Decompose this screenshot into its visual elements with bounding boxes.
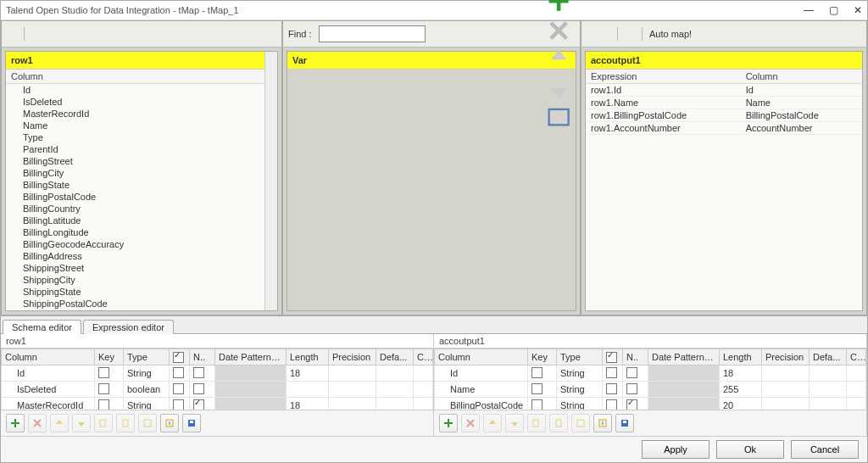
var-minmax-icon[interactable] bbox=[543, 121, 574, 135]
out-filter-icon[interactable] bbox=[843, 53, 847, 67]
add-icon[interactable] bbox=[259, 53, 262, 67]
tab-schema-editor[interactable]: Schema editor bbox=[3, 320, 81, 334]
arrow-up-icon[interactable] bbox=[7, 27, 10, 41]
find-input[interactable] bbox=[319, 25, 426, 42]
sch2-remove-icon[interactable] bbox=[461, 414, 480, 432]
out-add-icon[interactable] bbox=[587, 27, 590, 41]
schema-row[interactable]: IdString18 bbox=[435, 365, 866, 381]
schema-left: row1 ColumnKeyTypeN..Date Pattern (...Le… bbox=[1, 334, 434, 436]
sch-save-icon[interactable] bbox=[182, 414, 201, 432]
out-remove-icon[interactable] bbox=[593, 27, 597, 41]
input-table-header[interactable]: row1 bbox=[6, 52, 277, 70]
find-next-icon[interactable] bbox=[436, 27, 439, 41]
svg-rect-19 bbox=[556, 420, 561, 427]
input-column[interactable]: Name bbox=[6, 120, 277, 131]
input-column[interactable]: BillingPostalCode bbox=[6, 191, 277, 203]
sch2-up-icon[interactable] bbox=[483, 414, 502, 432]
out-restore-icon[interactable] bbox=[632, 27, 635, 41]
apply-button[interactable]: Apply bbox=[642, 440, 709, 459]
find-label: Find : bbox=[288, 29, 312, 39]
schema-right-toolbar bbox=[434, 410, 866, 436]
tab-expression-editor[interactable]: Expression editor bbox=[83, 320, 174, 334]
out-expr-header: Expression bbox=[586, 70, 741, 84]
sch-export-icon[interactable] bbox=[160, 414, 179, 432]
input-column[interactable]: BillingLongitude bbox=[6, 226, 277, 238]
input-column[interactable]: ShippingState bbox=[6, 286, 277, 298]
schema-row[interactable]: IsDeletedboolean bbox=[2, 381, 433, 397]
minimize-icon[interactable]: — bbox=[804, 4, 814, 16]
titlebar: Talend Open Studio for Data Integration … bbox=[1, 1, 867, 20]
input-column[interactable]: ShippingStreet bbox=[6, 262, 277, 274]
maximize-icon[interactable]: ▢ bbox=[829, 4, 838, 16]
out-down-icon[interactable] bbox=[607, 27, 610, 41]
separator bbox=[24, 27, 25, 41]
input-column[interactable]: Type bbox=[6, 131, 277, 143]
input-table-name: row1 bbox=[11, 55, 259, 65]
sch-paste-icon[interactable] bbox=[116, 414, 135, 432]
output-row[interactable]: row1.AccountNumberAccountNumber bbox=[586, 122, 862, 135]
minimize-panel-icon[interactable] bbox=[31, 27, 35, 41]
find-prev-icon[interactable] bbox=[429, 27, 432, 41]
input-column[interactable]: IsDeleted bbox=[6, 96, 277, 108]
cancel-button[interactable]: Cancel bbox=[791, 440, 859, 459]
input-column[interactable]: MasterRecordId bbox=[6, 108, 277, 120]
schema-row[interactable]: BillingPostalCodeString20 bbox=[435, 397, 866, 410]
scrollbar[interactable] bbox=[264, 52, 277, 310]
editor-tabs: Schema editor Expression editor bbox=[1, 316, 867, 334]
schema-row[interactable]: IdString18 bbox=[2, 365, 433, 381]
out-minmax-icon[interactable] bbox=[625, 27, 628, 41]
schema-right-grid[interactable]: ColumnKeyTypeN..Date Pattern (...LengthP… bbox=[434, 348, 866, 410]
sch-remove-icon[interactable] bbox=[28, 414, 47, 432]
sch2-add-icon[interactable] bbox=[439, 414, 458, 432]
output-grid: ExpressionColumn row1.IdIdrow1.NameNamer… bbox=[586, 70, 862, 135]
input-column[interactable]: BillingState bbox=[6, 179, 277, 191]
output-row[interactable]: row1.BillingPostalCodeBillingPostalCode bbox=[586, 109, 862, 122]
sch-up-icon[interactable] bbox=[50, 414, 69, 432]
out-edit-icon[interactable] bbox=[838, 53, 842, 67]
input-column[interactable]: BillingLatitude bbox=[6, 215, 277, 226]
automap-button[interactable]: Auto map! bbox=[649, 29, 692, 39]
out-panel-icon[interactable] bbox=[854, 53, 857, 67]
input-column[interactable]: BillingCountry bbox=[6, 203, 277, 215]
sch2-paste-icon[interactable] bbox=[549, 414, 568, 432]
sch-add-icon[interactable] bbox=[6, 414, 25, 432]
highlight-icon[interactable] bbox=[442, 27, 446, 41]
schema-left-grid[interactable]: ColumnKeyTypeN..Date Pattern (...LengthP… bbox=[1, 348, 433, 410]
output-row[interactable]: row1.IdId bbox=[586, 84, 862, 97]
schema-left-toolbar bbox=[1, 410, 433, 436]
sch2-copy-icon[interactable] bbox=[527, 414, 546, 432]
sch2-import-icon[interactable] bbox=[571, 414, 590, 432]
input-column[interactable]: BillingStreet bbox=[6, 155, 277, 167]
output-table-header[interactable]: accoutput1 bbox=[586, 52, 862, 70]
input-toolbar bbox=[2, 21, 281, 47]
input-column[interactable]: ParentId bbox=[6, 143, 277, 155]
sch-down-icon[interactable] bbox=[72, 414, 91, 432]
output-row[interactable]: row1.NameName bbox=[586, 97, 862, 109]
restore-panel-icon[interactable] bbox=[38, 27, 42, 41]
svg-rect-6 bbox=[548, 109, 568, 125]
input-pane: row1 Column IdIsDeletedMasterRecordIdNam… bbox=[1, 20, 282, 315]
input-column[interactable]: BillingGeocodeAccuracy bbox=[6, 238, 277, 250]
input-column[interactable]: ShippingCity bbox=[6, 274, 277, 286]
sch-import-icon[interactable] bbox=[138, 414, 157, 432]
sch2-save-icon[interactable] bbox=[615, 414, 634, 432]
input-column[interactable]: Id bbox=[6, 84, 277, 96]
close-icon[interactable]: ✕ bbox=[854, 4, 862, 16]
sch2-export-icon[interactable] bbox=[593, 414, 612, 432]
arrow-down-icon[interactable] bbox=[14, 27, 17, 41]
sch-copy-icon[interactable] bbox=[94, 414, 113, 432]
schema-row[interactable]: MasterRecordIdString18 bbox=[2, 397, 433, 410]
input-column[interactable]: BillingAddress bbox=[6, 250, 277, 262]
input-column[interactable]: BillingCity bbox=[6, 167, 277, 179]
ok-button[interactable]: Ok bbox=[716, 440, 784, 459]
out-up-icon[interactable] bbox=[600, 27, 604, 41]
footer: Apply Ok Cancel bbox=[1, 436, 867, 462]
sch2-down-icon[interactable] bbox=[505, 414, 524, 432]
output-table: accoutput1 ExpressionColumn row1.IdIdrow… bbox=[585, 51, 863, 311]
var-header[interactable]: Var bbox=[287, 52, 576, 70]
out-addcol-icon[interactable] bbox=[849, 53, 852, 67]
var-body[interactable]: Var bbox=[287, 51, 576, 311]
input-column[interactable]: ShippingPostalCode bbox=[6, 298, 277, 310]
schema-row[interactable]: NameString255 bbox=[435, 381, 866, 397]
input-column-header: Column bbox=[6, 70, 277, 84]
